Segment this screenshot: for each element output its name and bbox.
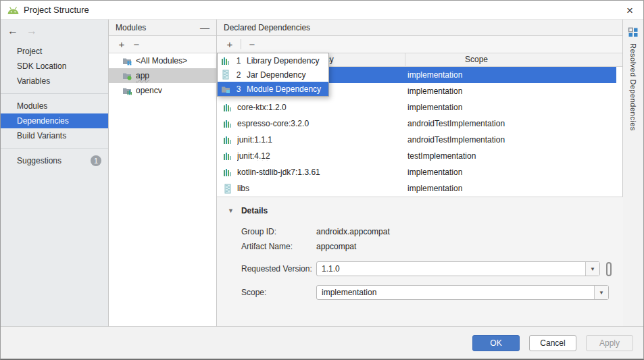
variable-capsule-icon[interactable]: [606, 262, 612, 276]
footer-bar: OK Cancel Apply: [1, 326, 643, 359]
project-structure-dialog: Project Structure × ← → Project SDK Loca…: [0, 0, 644, 360]
artifact-name-value: appcompat: [316, 242, 356, 251]
add-module-button[interactable]: +: [114, 38, 129, 51]
group-id-label: Group ID:: [241, 227, 316, 236]
sidebar-item-project[interactable]: Project: [1, 44, 108, 59]
android-icon: [7, 5, 20, 15]
remove-module-button[interactable]: −: [129, 38, 144, 51]
menu-item-jar-dependency[interactable]: 2 Jar Dependency: [218, 68, 328, 82]
requested-version-row: Requested Version: 1.1.0 ▼: [241, 261, 623, 277]
title-bar: Project Structure ×: [1, 1, 643, 20]
sidebar-item-modules[interactable]: Modules: [1, 99, 108, 113]
sidebar-item-dependencies[interactable]: Dependencies: [1, 113, 108, 128]
chevron-down-icon[interactable]: ▼: [585, 262, 599, 276]
sidebar-divider: [1, 148, 108, 149]
sidebar: ← → Project SDK Location Variables Modul…: [1, 20, 109, 326]
module-item-opencv[interactable]: opencv: [109, 83, 216, 98]
toolbar-divider: [241, 39, 241, 49]
modules-toolbar: + −: [109, 36, 216, 53]
library-icon: [223, 168, 232, 177]
sidebar-item-build-variants[interactable]: Build Variants: [1, 128, 108, 143]
library-icon: [223, 151, 232, 161]
ok-button[interactable]: OK: [472, 335, 520, 351]
scope-label: Scope:: [241, 288, 316, 297]
chevron-down-icon[interactable]: ▼: [594, 286, 608, 299]
app-module-icon: [122, 71, 132, 80]
dependencies-toolbar: + −: [217, 36, 622, 53]
artifact-name-label: Artifact Name:: [241, 242, 316, 251]
suggestions-count-badge: 1: [91, 155, 101, 166]
requested-version-combobox[interactable]: 1.1.0 ▼: [316, 261, 600, 276]
modules-panel-header: Modules —: [109, 20, 216, 36]
jar-icon: [221, 70, 230, 80]
minimize-panel-icon[interactable]: —: [200, 22, 209, 33]
apply-button: Apply: [586, 335, 633, 351]
details-title: Details: [241, 206, 268, 215]
opencv-module-icon: [122, 86, 132, 95]
add-dependency-button[interactable]: +: [222, 38, 237, 51]
back-arrow-icon[interactable]: ←: [7, 25, 18, 37]
dependency-row-kotlin-stdlib[interactable]: kotlin-stdlib-jdk7:1.3.61 implementation: [217, 164, 616, 180]
module-icon: [221, 84, 230, 94]
dependency-row-libs[interactable]: libs implementation: [217, 180, 616, 197]
sidebar-item-variables[interactable]: Variables: [1, 74, 108, 88]
sidebar-item-suggestions[interactable]: Suggestions 1: [1, 153, 108, 168]
cancel-button[interactable]: Cancel: [529, 335, 576, 351]
column-header-scope[interactable]: Scope: [405, 53, 547, 66]
menu-item-library-dependency[interactable]: 1 Library Dependency: [218, 53, 328, 68]
collapse-triangle-icon[interactable]: ▼: [228, 207, 234, 214]
dependency-row-junit-4[interactable]: junit:4.12 testImplementation: [217, 148, 616, 164]
group-id-row: Group ID: androidx.appcompat: [241, 224, 623, 239]
close-icon[interactable]: ×: [623, 4, 637, 18]
remove-dependency-button[interactable]: −: [245, 38, 259, 51]
jar-icon: [223, 184, 232, 194]
resolved-dependencies-icon: [628, 27, 639, 38]
dependency-row-core-ktx[interactable]: core-ktx:1.2.0 implementation: [217, 99, 616, 115]
add-dependency-menu: 1 Library Dependency 2 Jar Dependency 3 …: [217, 53, 329, 97]
dependencies-panel-header: Declared Dependencies: [217, 20, 622, 36]
sidebar-item-sdk-location[interactable]: SDK Location: [1, 59, 108, 74]
module-item-all-modules[interactable]: <All Modules>: [109, 53, 216, 68]
library-icon: [223, 135, 232, 145]
module-item-app[interactable]: app: [109, 68, 216, 83]
artifact-name-row: Artifact Name: appcompat: [241, 239, 623, 254]
menu-item-module-dependency[interactable]: 3 Module Dependency: [218, 82, 328, 96]
dependency-row-junit-1[interactable]: junit:1.1.1 androidTestImplementation: [217, 132, 616, 148]
forward-arrow-icon: →: [26, 25, 37, 37]
resolved-dependencies-tab-label: Resolved Dependencies: [629, 43, 637, 131]
group-id-value: androidx.appcompat: [316, 227, 390, 236]
scope-combobox[interactable]: implementation ▼: [316, 285, 609, 300]
requested-version-label: Requested Version:: [241, 264, 316, 274]
dependency-row-espresso-core[interactable]: espresso-core:3.2.0 androidTestImplement…: [217, 115, 616, 132]
sidebar-divider: [1, 93, 108, 94]
all-modules-icon: [122, 56, 132, 66]
library-icon: [223, 119, 232, 128]
modules-panel: Modules — + − <All Modules> app opencv: [109, 20, 217, 326]
scope-row: Scope: implementation ▼: [241, 284, 623, 301]
dialog-title: Project Structure: [24, 5, 89, 15]
library-icon: [223, 103, 232, 112]
resolved-dependencies-tab[interactable]: Resolved Dependencies: [623, 20, 643, 326]
library-icon: [221, 56, 230, 66]
details-section: ▼ Details Group ID: androidx.appcompat A…: [217, 197, 623, 326]
